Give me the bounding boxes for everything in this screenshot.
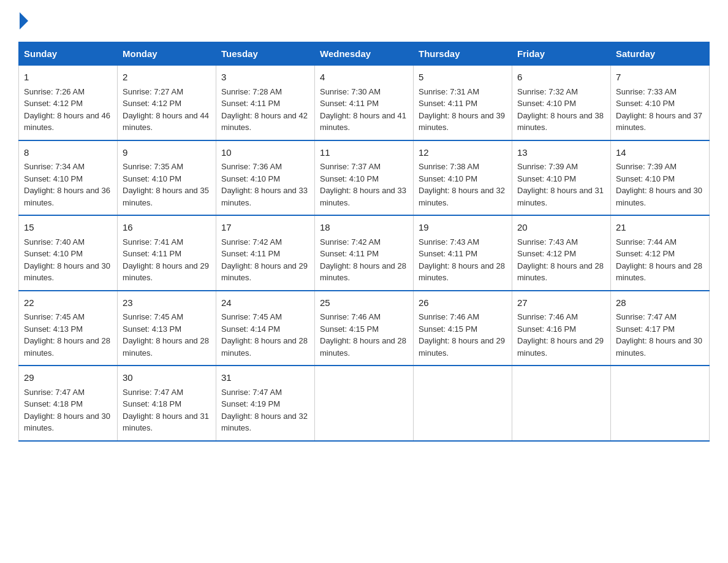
calendar-week-row: 15Sunrise: 7:40 AMSunset: 4:10 PMDayligh… [19,215,710,291]
calendar-cell: 18Sunrise: 7:42 AMSunset: 4:11 PMDayligh… [315,215,414,291]
day-info: Sunrise: 7:40 AMSunset: 4:10 PMDaylight:… [24,237,110,283]
calendar-cell: 2Sunrise: 7:27 AMSunset: 4:12 PMDaylight… [118,66,216,140]
column-header-monday: Monday [118,42,216,66]
day-info: Sunrise: 7:43 AMSunset: 4:11 PMDaylight:… [419,237,505,283]
day-info: Sunrise: 7:28 AMSunset: 4:11 PMDaylight:… [221,87,308,132]
calendar-cell: 14Sunrise: 7:39 AMSunset: 4:10 PMDayligh… [611,140,710,216]
day-number: 5 [419,71,507,85]
calendar-cell: 1Sunrise: 7:26 AMSunset: 4:12 PMDaylight… [19,66,118,140]
day-number: 18 [320,221,408,235]
calendar-cell: 25Sunrise: 7:46 AMSunset: 4:15 PMDayligh… [315,291,414,366]
day-info: Sunrise: 7:47 AMSunset: 4:18 PMDaylight:… [24,388,110,433]
day-number: 23 [123,296,211,310]
calendar-week-row: 1Sunrise: 7:26 AMSunset: 4:12 PMDaylight… [19,66,710,140]
day-info: Sunrise: 7:41 AMSunset: 4:11 PMDaylight:… [123,237,209,283]
day-number: 13 [517,146,605,160]
calendar-cell: 9Sunrise: 7:35 AMSunset: 4:10 PMDaylight… [118,140,216,216]
calendar-cell: 7Sunrise: 7:33 AMSunset: 4:10 PMDaylight… [611,66,710,140]
calendar-cell: 6Sunrise: 7:32 AMSunset: 4:10 PMDaylight… [512,66,611,140]
day-number: 4 [320,71,408,85]
calendar-cell: 15Sunrise: 7:40 AMSunset: 4:10 PMDayligh… [19,215,118,291]
column-header-thursday: Thursday [414,42,512,66]
day-number: 7 [616,71,704,85]
day-number: 14 [616,146,704,160]
day-number: 6 [517,71,605,85]
calendar-cell: 12Sunrise: 7:38 AMSunset: 4:10 PMDayligh… [414,140,512,216]
calendar-cell: 10Sunrise: 7:36 AMSunset: 4:10 PMDayligh… [216,140,315,216]
column-header-saturday: Saturday [611,42,710,66]
calendar-cell: 21Sunrise: 7:44 AMSunset: 4:12 PMDayligh… [611,215,710,291]
calendar-week-row: 22Sunrise: 7:45 AMSunset: 4:13 PMDayligh… [19,291,710,366]
day-number: 9 [123,146,211,160]
day-number: 24 [221,296,309,310]
day-info: Sunrise: 7:46 AMSunset: 4:15 PMDaylight:… [419,312,505,358]
day-number: 29 [24,371,112,385]
calendar-cell: 29Sunrise: 7:47 AMSunset: 4:18 PMDayligh… [19,366,118,441]
day-number: 1 [24,71,112,85]
calendar-cell: 13Sunrise: 7:39 AMSunset: 4:10 PMDayligh… [512,140,611,216]
day-number: 15 [24,221,112,235]
day-number: 31 [221,371,309,385]
day-info: Sunrise: 7:45 AMSunset: 4:13 PMDaylight:… [24,312,110,358]
day-number: 11 [320,146,408,160]
day-info: Sunrise: 7:35 AMSunset: 4:10 PMDaylight:… [123,162,209,207]
calendar-cell: 26Sunrise: 7:46 AMSunset: 4:15 PMDayligh… [414,291,512,366]
calendar-cell: 11Sunrise: 7:37 AMSunset: 4:10 PMDayligh… [315,140,414,216]
day-info: Sunrise: 7:46 AMSunset: 4:15 PMDaylight:… [320,312,406,358]
day-info: Sunrise: 7:38 AMSunset: 4:10 PMDaylight:… [419,162,505,207]
calendar-cell: 17Sunrise: 7:42 AMSunset: 4:11 PMDayligh… [216,215,315,291]
day-number: 22 [24,296,112,310]
calendar-cell: 8Sunrise: 7:34 AMSunset: 4:10 PMDaylight… [19,140,118,216]
day-info: Sunrise: 7:46 AMSunset: 4:16 PMDaylight:… [517,312,604,358]
day-info: Sunrise: 7:39 AMSunset: 4:10 PMDaylight:… [616,162,702,207]
calendar-cell: 3Sunrise: 7:28 AMSunset: 4:11 PMDaylight… [216,66,315,140]
day-number: 3 [221,71,309,85]
day-number: 10 [221,146,309,160]
day-number: 30 [123,371,211,385]
day-info: Sunrise: 7:45 AMSunset: 4:13 PMDaylight:… [123,312,209,358]
day-info: Sunrise: 7:39 AMSunset: 4:10 PMDaylight:… [517,162,604,207]
column-header-friday: Friday [512,42,611,66]
day-number: 26 [419,296,507,310]
day-number: 20 [517,221,605,235]
calendar-cell: 31Sunrise: 7:47 AMSunset: 4:19 PMDayligh… [216,366,315,441]
calendar-cell [512,366,611,441]
calendar-cell [611,366,710,441]
logo [18,12,28,29]
day-info: Sunrise: 7:44 AMSunset: 4:12 PMDaylight:… [616,237,702,283]
day-number: 12 [419,146,507,160]
calendar-cell: 19Sunrise: 7:43 AMSunset: 4:11 PMDayligh… [414,215,512,291]
calendar-cell: 16Sunrise: 7:41 AMSunset: 4:11 PMDayligh… [118,215,216,291]
calendar-cell [315,366,414,441]
day-info: Sunrise: 7:43 AMSunset: 4:12 PMDaylight:… [517,237,604,283]
column-header-wednesday: Wednesday [315,42,414,66]
page-header [18,12,710,29]
day-number: 8 [24,146,112,160]
day-info: Sunrise: 7:42 AMSunset: 4:11 PMDaylight:… [320,237,406,283]
day-number: 2 [123,71,211,85]
calendar-cell: 27Sunrise: 7:46 AMSunset: 4:16 PMDayligh… [512,291,611,366]
calendar-cell [414,366,512,441]
column-header-tuesday: Tuesday [216,42,315,66]
calendar-table: SundayMondayTuesdayWednesdayThursdayFrid… [18,42,710,442]
day-number: 28 [616,296,704,310]
day-info: Sunrise: 7:26 AMSunset: 4:12 PMDaylight:… [24,87,110,132]
day-number: 19 [419,221,507,235]
calendar-header-row: SundayMondayTuesdayWednesdayThursdayFrid… [19,42,710,66]
day-info: Sunrise: 7:27 AMSunset: 4:12 PMDaylight:… [123,87,209,132]
day-info: Sunrise: 7:47 AMSunset: 4:18 PMDaylight:… [123,388,209,433]
calendar-cell: 28Sunrise: 7:47 AMSunset: 4:17 PMDayligh… [611,291,710,366]
calendar-cell: 20Sunrise: 7:43 AMSunset: 4:12 PMDayligh… [512,215,611,291]
day-info: Sunrise: 7:36 AMSunset: 4:10 PMDaylight:… [221,162,308,207]
calendar-cell: 24Sunrise: 7:45 AMSunset: 4:14 PMDayligh… [216,291,315,366]
day-number: 16 [123,221,211,235]
day-info: Sunrise: 7:42 AMSunset: 4:11 PMDaylight:… [221,237,308,283]
day-info: Sunrise: 7:37 AMSunset: 4:10 PMDaylight:… [320,162,406,207]
day-info: Sunrise: 7:30 AMSunset: 4:11 PMDaylight:… [320,87,406,132]
day-info: Sunrise: 7:47 AMSunset: 4:19 PMDaylight:… [221,388,308,433]
day-info: Sunrise: 7:45 AMSunset: 4:14 PMDaylight:… [221,312,308,358]
logo-triangle-icon [20,12,28,29]
day-info: Sunrise: 7:34 AMSunset: 4:10 PMDaylight:… [24,162,110,207]
day-number: 17 [221,221,309,235]
calendar-cell: 4Sunrise: 7:30 AMSunset: 4:11 PMDaylight… [315,66,414,140]
